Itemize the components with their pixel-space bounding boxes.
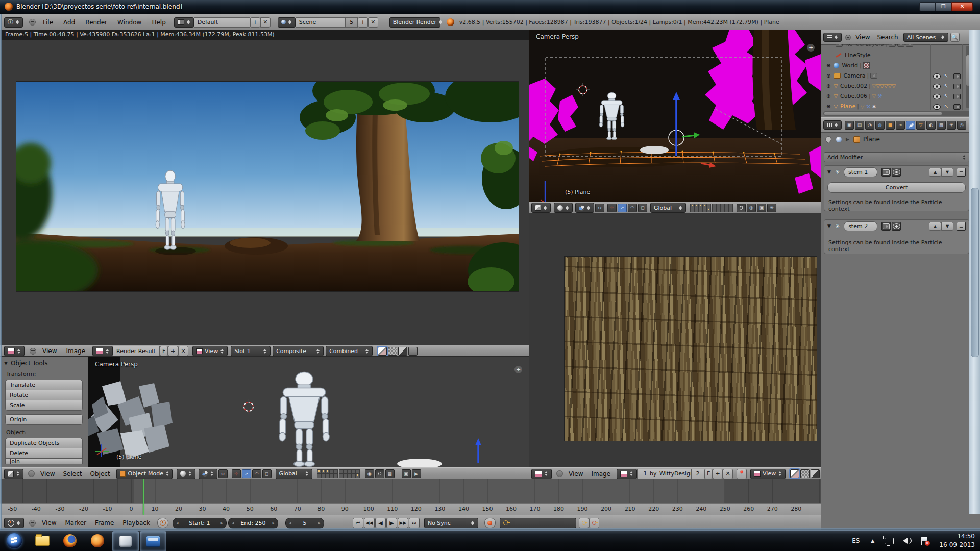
editor-type-button[interactable] <box>531 469 552 479</box>
tab-render-layers[interactable]: ▤ <box>855 121 864 130</box>
network-icon[interactable] <box>885 538 894 544</box>
viewport-shading-select[interactable] <box>554 203 573 213</box>
render-toggle[interactable] <box>953 84 961 89</box>
layers-widget-2[interactable] <box>712 204 732 212</box>
panel-collapse-arrow-icon[interactable]: ▼ <box>827 223 831 229</box>
expand-icon[interactable]: ⊕ <box>826 93 830 99</box>
fake-user-button[interactable]: F <box>160 346 168 356</box>
pivot-point-select[interactable] <box>575 203 594 213</box>
menu-help[interactable]: Help <box>151 19 166 26</box>
play-button[interactable]: ▶ <box>386 518 397 528</box>
taskbar-browser2-button[interactable] <box>85 531 110 550</box>
menu-window[interactable]: Window <box>116 19 142 26</box>
editor-type-button[interactable] <box>4 469 23 479</box>
expand-icon[interactable]: ⊕ <box>826 73 830 79</box>
end-frame-field[interactable]: ◂End: 250▸ <box>228 518 278 529</box>
insert-keyframe-button[interactable] <box>579 518 589 528</box>
viewport-visibility-toggle[interactable] <box>892 222 901 231</box>
manipulator-axes-icon[interactable]: ⊹ <box>607 204 617 212</box>
close-button[interactable]: ✕ <box>951 2 973 11</box>
selectable-toggle[interactable]: ↖ <box>944 93 948 99</box>
add-modifier-select[interactable]: Add Modifier <box>824 152 970 162</box>
clock-time[interactable]: 14:50 <box>939 532 975 541</box>
image-name-field[interactable]: _1_by_WittyDesign.jpg <box>637 469 691 479</box>
keying-set-field[interactable] <box>500 518 576 528</box>
scene-icon-button[interactable] <box>278 17 296 28</box>
view-mode-select[interactable]: View <box>192 346 228 356</box>
render-toggle[interactable] <box>953 104 961 110</box>
menu-render[interactable]: Render <box>84 19 108 26</box>
render-layer-select[interactable]: Composite <box>273 346 324 356</box>
tab-object[interactable]: ■ <box>886 121 895 130</box>
image-datablock-icon-button[interactable] <box>617 469 637 479</box>
tab-texture[interactable]: ▩ <box>937 121 946 130</box>
editor-type-button[interactable] <box>4 346 24 356</box>
translate-button[interactable]: Translate <box>5 380 83 390</box>
display-rgb-toggle[interactable] <box>388 347 397 356</box>
tab-object-data[interactable]: ▽ <box>916 121 925 130</box>
tab-particles[interactable]: ✳ <box>947 121 956 130</box>
menu-select[interactable]: Select <box>62 470 83 478</box>
manipulate-center-points-toggle[interactable]: ↔ <box>595 204 604 212</box>
translate-manipulator-toggle[interactable]: ↗ <box>242 469 251 478</box>
convert-button[interactable]: Convert <box>827 182 966 193</box>
collapse-menus-icon[interactable] <box>28 470 35 477</box>
fake-user-button[interactable]: F <box>704 469 713 479</box>
opengl-render-button[interactable]: ▣ <box>402 469 411 478</box>
transform-orientation-select[interactable]: Global <box>650 203 686 213</box>
menu-playback[interactable]: Playback <box>121 519 151 527</box>
record-button[interactable] <box>484 518 496 528</box>
image-users-badge[interactable]: 2 <box>691 469 704 479</box>
screen-layout-icon-button[interactable] <box>174 17 194 28</box>
delete-scene-button[interactable]: ✕ <box>368 17 378 28</box>
opengl-render-anim-button[interactable]: ▶ <box>412 469 421 478</box>
hide-toggle[interactable] <box>933 104 941 110</box>
minimize-button[interactable]: — <box>919 2 936 11</box>
screen-layout-field[interactable]: Default <box>194 17 250 28</box>
taskbar-firefox-button[interactable] <box>57 531 83 550</box>
delete-layout-button[interactable]: ✕ <box>260 17 271 28</box>
render-visibility-toggle[interactable] <box>881 222 891 231</box>
volume-icon[interactable] <box>903 538 912 544</box>
expand-icon[interactable]: ⊕ <box>826 104 830 109</box>
pin-icon[interactable] <box>824 135 833 144</box>
tab-modifiers[interactable] <box>906 121 915 130</box>
display-rgba-toggle[interactable] <box>378 347 387 356</box>
move-modifier-up-button[interactable]: ▲ <box>929 222 941 231</box>
viewport-shading-select[interactable] <box>177 469 195 479</box>
timeline-ruler-numbers[interactable]: -50-40-30-20-100102030405060708090100110… <box>0 503 821 515</box>
jump-to-start-button[interactable]: ⏮ <box>353 518 363 528</box>
render-visibility-toggle[interactable] <box>881 168 891 177</box>
jump-to-end-button[interactable]: ⏭ <box>409 518 420 528</box>
taskbar-blender-button[interactable] <box>112 531 139 551</box>
outliner-row-camera[interactable]: ⊕ Camera | <box>826 72 877 79</box>
collapse-menus-icon[interactable] <box>845 35 851 40</box>
menu-view[interactable]: View <box>568 470 584 478</box>
outliner-row-cube006[interactable]: ⊕ ▽ Cube.006 | ▽⚒ <box>826 93 882 99</box>
layers-widget-2[interactable] <box>339 470 360 478</box>
outliner-row-cube002[interactable]: ⊕ ▽ Cube.002 | ▽▽▽▽▽▽ <box>826 83 896 89</box>
start-frame-field[interactable]: ◂Start: 1▸ <box>173 518 227 529</box>
menu-marker[interactable]: Marker <box>64 519 87 527</box>
viewport-visibility-toggle[interactable] <box>892 168 901 177</box>
window-scrollbar[interactable] <box>969 30 980 514</box>
menu-object[interactable]: Object <box>89 470 111 478</box>
snap-toggle[interactable]: Ω <box>375 469 384 478</box>
add-scene-button[interactable]: + <box>358 17 368 28</box>
panel-collapse-arrow-icon[interactable]: ▼ <box>827 169 831 174</box>
tab-physics[interactable]: ◎ <box>957 121 966 130</box>
language-indicator[interactable]: ES <box>852 537 860 544</box>
scene-field[interactable]: Scene <box>296 17 346 28</box>
expand-icon[interactable]: ⊕ <box>826 83 830 89</box>
jump-next-keyframe-button[interactable]: ▶▶ <box>398 518 408 528</box>
robot-figure[interactable] <box>279 372 329 466</box>
region-expand-icon[interactable]: + <box>807 44 815 52</box>
editor-type-button[interactable] <box>531 203 551 213</box>
render-toggle[interactable] <box>953 94 961 99</box>
display-alpha-toggle[interactable] <box>398 347 407 356</box>
scale-manipulator-toggle[interactable]: ◻ <box>638 204 647 212</box>
modifier-name-field[interactable]: stem 1 <box>844 167 877 177</box>
menu-image[interactable]: Image <box>590 470 611 478</box>
outliner-row-linestyle[interactable]: LineStyle <box>836 52 871 59</box>
editor-type-button[interactable] <box>823 120 842 130</box>
